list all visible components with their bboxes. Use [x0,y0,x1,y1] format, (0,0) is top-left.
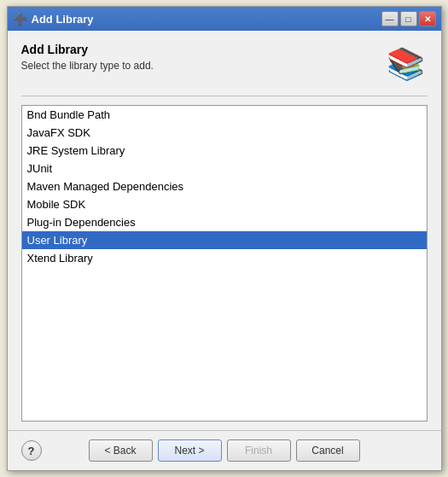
footer-left: ? [21,440,42,461]
list-item[interactable]: Bnd Bundle Path [22,106,427,124]
cancel-button[interactable]: Cancel [296,439,360,462]
maximize-button[interactable]: □ [400,11,417,26]
list-item[interactable]: Plug-in Dependencies [22,213,427,231]
content-area: Add Library Select the library type to a… [8,31,441,430]
dialog-subtitle: Select the library type to add. [21,60,376,72]
footer-buttons: < Back Next > Finish Cancel [42,439,407,462]
footer: ? < Back Next > Finish Cancel [8,430,441,470]
header-section: Add Library Select the library type to a… [21,43,428,85]
window-title: Add Library [32,13,381,26]
window-icon: ➕ [13,12,26,26]
title-bar: ➕ Add Library — □ ✕ [8,7,441,31]
list-item[interactable]: JUnit [22,160,427,177]
dialog-title: Add Library [21,43,376,56]
list-item[interactable]: User Library [22,231,427,249]
help-button[interactable]: ? [21,440,42,461]
list-item[interactable]: Maven Managed Dependencies [22,177,427,195]
header-text: Add Library Select the library type to a… [21,43,376,72]
next-button[interactable]: Next > [158,439,222,462]
window-controls: — □ ✕ [381,11,436,26]
list-item[interactable]: JRE System Library [22,142,427,160]
list-item[interactable]: JavaFX SDK [22,124,427,142]
back-button[interactable]: < Back [89,439,153,462]
finish-button[interactable]: Finish [227,439,291,462]
add-library-dialog: ➕ Add Library — □ ✕ Add Library Select t… [7,6,442,471]
list-item[interactable]: Mobile SDK [22,195,427,213]
library-icon: 📚 [385,43,428,85]
library-list[interactable]: Bnd Bundle PathJavaFX SDKJRE System Libr… [21,105,428,422]
minimize-button[interactable]: — [381,11,399,26]
close-button[interactable]: ✕ [419,11,436,26]
list-item[interactable]: Xtend Library [22,249,427,267]
header-divider [21,96,428,96]
